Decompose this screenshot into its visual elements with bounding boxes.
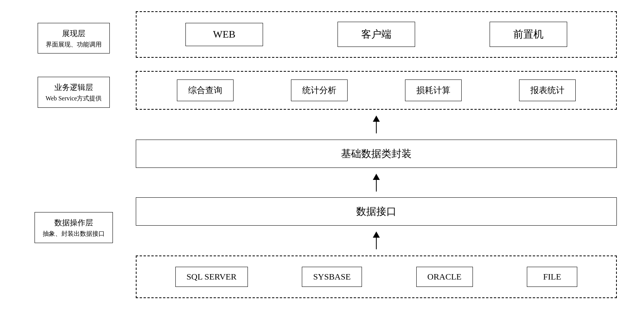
file-box: FILE	[527, 267, 577, 287]
arrow-base-to-interface	[136, 174, 617, 192]
layer-presentation: 展现层 界面展现、功能调用	[19, 11, 128, 66]
arrowline1	[376, 122, 377, 133]
right-diagram: WEB 客户端 前置机 综合查询 统计分析 损耗计算 报表统计 基础数据类封装 …	[128, 7, 625, 302]
arrowhead1	[373, 116, 380, 122]
oracle-box: ORACLE	[416, 267, 473, 287]
business-row: 综合查询 统计分析 损耗计算 报表统计	[136, 71, 617, 110]
layer-data-op: 数据操作层 抽象、封装出数据接口	[19, 200, 128, 255]
data-interface-box: 数据接口	[136, 197, 617, 226]
arrow-business-to-base	[136, 116, 617, 133]
data-op-title: 数据操作层	[43, 216, 105, 229]
layer-business: 业务逻辑层 Web Service方式提供	[19, 65, 128, 119]
presentation-row: WEB 客户端 前置机	[136, 11, 617, 58]
business-label-box: 业务逻辑层 Web Service方式提供	[38, 77, 110, 108]
arrowline3	[376, 238, 377, 249]
layer-db-spacer	[19, 255, 128, 298]
sqlserver-box: SQL SERVER	[175, 267, 248, 287]
left-labels: 展现层 界面展现、功能调用 业务逻辑层 Web Service方式提供 数据操作…	[19, 7, 128, 302]
layer-spacer	[19, 119, 128, 200]
arrowhead3	[373, 231, 380, 238]
data-op-subtitle: 抽象、封装出数据接口	[43, 229, 105, 239]
web-box: WEB	[185, 23, 263, 46]
arrow-interface-to-db	[136, 231, 617, 249]
arrowhead2	[373, 174, 380, 180]
gap1	[136, 61, 617, 67]
presentation-label-box: 展现层 界面展现、功能调用	[38, 23, 110, 54]
report-box: 报表统计	[519, 79, 576, 101]
base-data-box: 基础数据类封装	[136, 140, 617, 168]
diagram-container: 展现层 界面展现、功能调用 业务逻辑层 Web Service方式提供 数据操作…	[19, 7, 625, 302]
data-op-label-box: 数据操作层 抽象、封装出数据接口	[35, 212, 113, 243]
client-box: 客户端	[338, 22, 415, 47]
frontend-box: 前置机	[490, 22, 567, 47]
business-title: 业务逻辑层	[46, 81, 102, 93]
sysbase-box: SYSBASE	[302, 267, 362, 287]
presentation-subtitle: 界面展现、功能调用	[46, 40, 102, 50]
business-subtitle: Web Service方式提供	[46, 93, 102, 104]
stats-box: 统计分析	[291, 79, 348, 101]
arrowline2	[376, 180, 377, 192]
presentation-title: 展现层	[46, 27, 102, 40]
query-box: 综合查询	[177, 79, 234, 101]
loss-box: 损耗计算	[405, 79, 462, 101]
db-row: SQL SERVER SYSBASE ORACLE FILE	[136, 255, 617, 298]
